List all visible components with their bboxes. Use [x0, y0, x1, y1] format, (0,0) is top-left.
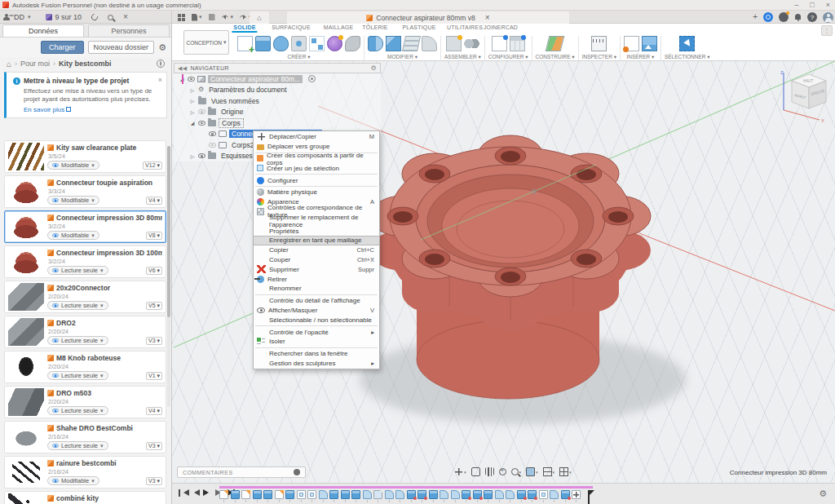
menu-item[interactable]: Supprimer le remplacement de l'apparence	[254, 216, 379, 226]
close-tab-icon[interactable]: ×	[485, 14, 490, 22]
visibility-eye-icon[interactable]	[209, 131, 216, 136]
visibility-eye-icon[interactable]	[198, 121, 205, 126]
redo-icon[interactable]	[240, 15, 247, 20]
notifications-bell-icon[interactable]	[794, 14, 802, 21]
dismiss-notice-icon[interactable]: ×	[158, 76, 162, 84]
access-status-pill[interactable]: Lecture seule▾	[47, 441, 108, 450]
mesh-icon[interactable]	[327, 36, 342, 51]
file-item[interactable]: 20x20Connector2/20/24Lecture seule▾V5 ▾	[4, 281, 166, 313]
tree-node[interactable]: ▷Origine	[174, 107, 381, 118]
revolve-icon[interactable]	[273, 36, 289, 51]
asm-new-icon[interactable]	[446, 36, 462, 51]
user-avatar[interactable]	[823, 12, 833, 23]
pattern-icon[interactable]	[309, 36, 325, 51]
file-item[interactable]: DRO m5032/20/24Lecture seule▾V4 ▾	[4, 386, 166, 418]
timeline-feature[interactable]	[385, 490, 394, 502]
go-to-start-button[interactable]	[179, 489, 186, 497]
timeline-playhead[interactable]	[585, 490, 593, 504]
timeline-feature[interactable]	[561, 490, 570, 502]
orbit-tool[interactable]: ▾	[454, 467, 466, 476]
access-status-pill[interactable]: Lecture seule▾	[47, 406, 108, 415]
breadcrumb-project[interactable]: Kity bestcombi	[59, 60, 112, 68]
tree-node[interactable]: ▷⚙Paramètres du document	[174, 85, 381, 96]
menu-item[interactable]: Afficher/MasquerV	[254, 306, 379, 316]
ribbon-group-label[interactable]: CRÉER ▾	[288, 54, 311, 60]
look-at-tool[interactable]	[471, 467, 480, 476]
new-file-icon[interactable]	[192, 14, 197, 21]
version-badge[interactable]: V8 ▾	[146, 232, 162, 240]
panel-settings-gear-icon[interactable]: ⚙	[158, 42, 166, 53]
file-item[interactable]: rainure bestcombi2/16/24Modifiable▾V3 ▾	[4, 456, 166, 489]
timeline-feature[interactable]	[241, 490, 250, 502]
access-status-pill[interactable]: Modifiable▾	[47, 476, 99, 485]
version-badge[interactable]: V4 ▾	[146, 407, 162, 415]
version-badge[interactable]: V1 ▾	[146, 372, 162, 380]
ribbon-tab-maillage[interactable]: MAILLAGE	[324, 24, 354, 30]
timeline-feature[interactable]	[528, 490, 537, 502]
learn-more-link[interactable]: En savoir plus	[24, 106, 64, 113]
ribbon-overflow-handle[interactable]: ⋮	[821, 25, 833, 36]
menu-item[interactable]: Configurer	[254, 175, 379, 185]
navigator-gear-icon[interactable]: ⚙	[371, 64, 377, 72]
show-data-panel-icon[interactable]	[178, 14, 185, 21]
timeline-feature[interactable]	[462, 490, 471, 502]
expand-arrow-icon[interactable]: ▷	[189, 87, 196, 93]
access-status-pill[interactable]: Lecture seule▾	[47, 336, 108, 345]
expand-arrow-icon[interactable]: ▷	[189, 153, 196, 159]
file-item[interactable]: DRO22/20/24Lecture seule▾V3 ▾	[4, 316, 166, 348]
close-panel-icon[interactable]: ×	[123, 13, 128, 21]
file-item[interactable]: Kity saw clearance plate3/5/24Modifiable…	[4, 140, 166, 173]
new-tab-plus-icon[interactable]: +	[753, 13, 758, 21]
tree-node-label[interactable]: Esquisses	[219, 152, 255, 160]
timeline-feature[interactable]	[253, 490, 262, 502]
cfg-table-icon[interactable]	[510, 36, 525, 51]
version-badge[interactable]: V6 ▾	[146, 267, 162, 275]
menu-item[interactable]: Gestion des sculptures▸	[254, 359, 379, 369]
tree-node[interactable]: ▷Vues nommées	[174, 95, 381, 107]
menu-item[interactable]: SupprimerSuppr	[254, 264, 379, 274]
viewports-tool[interactable]: ▾	[559, 467, 572, 476]
visibility-eye-icon[interactable]	[198, 109, 205, 114]
menu-item[interactable]: Isoler	[254, 337, 379, 347]
minimize-button[interactable]: –	[794, 0, 798, 11]
collapse-icon[interactable]: ◀◀	[178, 65, 187, 72]
version-badge[interactable]: V5 ▾	[146, 302, 162, 310]
save-icon[interactable]	[209, 14, 215, 20]
timeline-feature[interactable]	[407, 490, 416, 502]
select-icon[interactable]	[679, 36, 695, 51]
version-badge[interactable]: V3 ▾	[146, 337, 162, 345]
timeline-feature[interactable]	[329, 490, 338, 502]
undo-icon[interactable]	[222, 15, 229, 20]
refresh-icon[interactable]	[90, 12, 99, 21]
menu-item[interactable]: Rechercher dans la fenêtre	[254, 349, 379, 359]
ribbon-tab-surfacique[interactable]: SURFACIQUE	[272, 24, 311, 30]
timeline-feature[interactable]	[395, 490, 404, 502]
step-back-button[interactable]	[191, 489, 198, 497]
ribbon-tab-joinercad[interactable]: JOINERCAD	[484, 24, 518, 30]
asm-joint-icon[interactable]	[464, 36, 479, 51]
zoom-tool[interactable]: ▾	[511, 468, 522, 475]
menu-item[interactable]: Contrôle du détail de l'affichage	[254, 296, 379, 306]
chevron-down-icon[interactable]: ▾	[199, 14, 202, 20]
search-icon[interactable]	[108, 15, 113, 20]
close-window-button[interactable]: ×	[826, 0, 830, 11]
timeline-feature[interactable]	[219, 490, 228, 502]
menu-item[interactable]: Contrôle de l'opacité▸	[254, 327, 379, 337]
thicken-icon[interactable]	[386, 36, 401, 51]
menu-item[interactable]: Matière physique	[254, 188, 379, 197]
navigator-header[interactable]: ◀◀ NAVIGATEUR ⚙	[174, 63, 381, 73]
data-panel-scrollbar[interactable]	[167, 146, 170, 407]
timeline-feature[interactable]	[363, 490, 372, 502]
access-status-pill[interactable]: Modifiable▾	[47, 231, 99, 240]
menu-item[interactable]: Créer des composants à partir de corps	[254, 154, 379, 164]
timeline-feature[interactable]	[484, 490, 493, 502]
version-badge[interactable]: V3 ▾	[146, 442, 162, 450]
maximize-button[interactable]: □	[810, 0, 814, 11]
tree-node-label[interactable]: Corps	[219, 118, 244, 128]
web-view-globe-icon[interactable]	[157, 60, 165, 68]
team-icon[interactable]	[3, 14, 11, 21]
timeline-feature[interactable]	[517, 490, 526, 502]
construct-icon[interactable]	[546, 36, 565, 51]
menu-item[interactable]: Enregistrer en tant que maillage	[254, 236, 379, 245]
menu-item[interactable]: Retirer	[254, 274, 379, 284]
